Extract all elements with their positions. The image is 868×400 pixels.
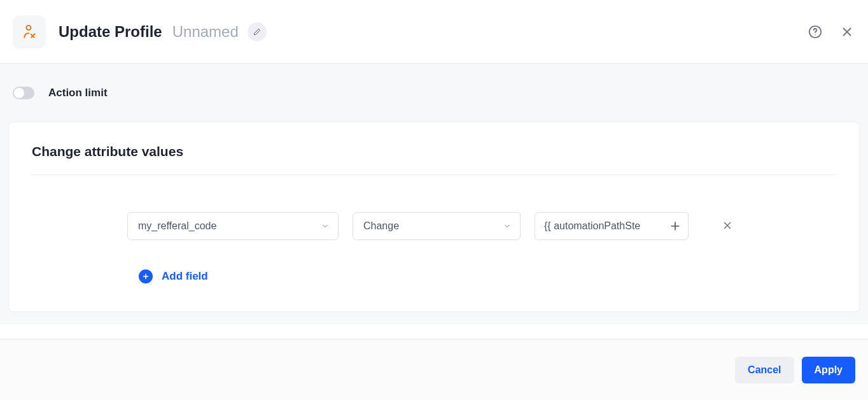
action-select-value: Change bbox=[363, 220, 399, 232]
action-limit-toggle[interactable] bbox=[13, 87, 34, 99]
value-input[interactable]: {{ automationPathSte bbox=[535, 212, 689, 240]
help-icon bbox=[808, 25, 822, 39]
chevron-down-icon bbox=[321, 222, 329, 230]
page-subtitle: Unnamed bbox=[172, 23, 239, 41]
pencil-icon bbox=[253, 28, 261, 36]
value-input-text: {{ automationPathSte bbox=[544, 220, 640, 232]
close-icon bbox=[722, 220, 733, 231]
action-limit-row: Action limit bbox=[1, 64, 867, 122]
apply-button[interactable]: Apply bbox=[802, 357, 855, 383]
chevron-down-icon bbox=[503, 222, 511, 230]
edit-name-button[interactable] bbox=[248, 22, 267, 41]
update-profile-icon bbox=[13, 15, 46, 48]
cancel-button[interactable]: Cancel bbox=[735, 357, 794, 383]
help-button[interactable] bbox=[807, 24, 823, 40]
attribute-row: my_refferal_code Change {{ automationPat… bbox=[32, 212, 836, 240]
attribute-select-value: my_refferal_code bbox=[138, 220, 216, 232]
plus-circle-icon bbox=[139, 269, 153, 283]
body-area: Action limit Change attribute values my_… bbox=[0, 64, 868, 324]
action-select[interactable]: Change bbox=[353, 212, 521, 240]
close-button[interactable] bbox=[839, 24, 855, 40]
add-field-button[interactable]: Add field bbox=[32, 269, 836, 283]
close-icon bbox=[840, 25, 854, 39]
attribute-select[interactable]: my_refferal_code bbox=[127, 212, 339, 240]
plus-icon[interactable] bbox=[669, 220, 682, 232]
remove-row-button[interactable] bbox=[722, 220, 734, 232]
svg-point-2 bbox=[815, 34, 815, 34]
add-field-label: Add field bbox=[162, 270, 208, 283]
page-title: Update Profile bbox=[59, 23, 162, 41]
header-bar: Update Profile Unnamed bbox=[0, 0, 868, 64]
action-limit-label: Action limit bbox=[48, 87, 108, 99]
svg-point-0 bbox=[26, 25, 31, 30]
card-title: Change attribute values bbox=[32, 144, 836, 175]
change-attributes-card: Change attribute values my_refferal_code… bbox=[9, 122, 859, 311]
footer-bar: Cancel Apply bbox=[0, 339, 868, 400]
